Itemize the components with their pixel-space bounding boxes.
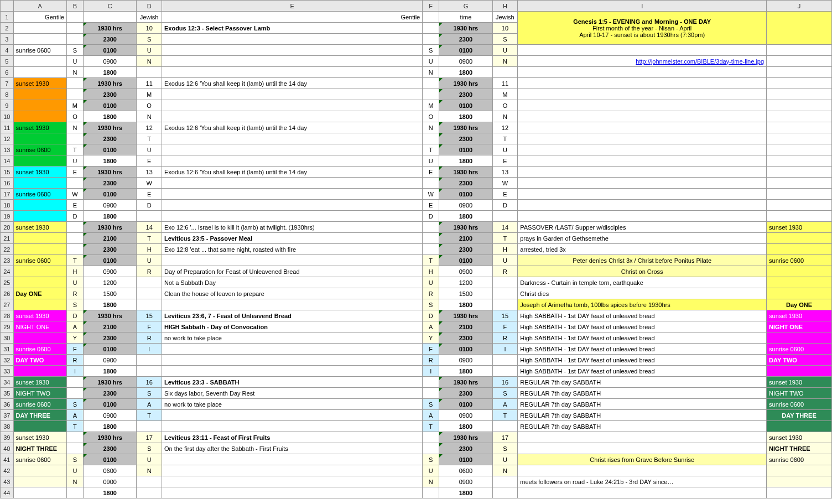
cell[interactable]: 1930 hrs: [439, 78, 492, 89]
cell[interactable]: U: [423, 155, 439, 167]
cell[interactable]: 1930 hrs: [83, 310, 136, 321]
cell[interactable]: [13, 23, 66, 34]
cell[interactable]: [13, 67, 66, 78]
cell[interactable]: D: [423, 310, 439, 321]
cell[interactable]: [162, 355, 422, 366]
cell[interactable]: E: [137, 155, 162, 167]
cell[interactable]: 2300: [439, 332, 492, 344]
cell[interactable]: Exodus 12:3 - Select Passover Lamb: [162, 23, 422, 34]
cell[interactable]: 1800: [439, 111, 492, 122]
cell[interactable]: R: [66, 355, 83, 366]
cell[interactable]: [162, 366, 422, 377]
cell[interactable]: 1930 hrs: [439, 23, 492, 34]
cell[interactable]: E: [137, 189, 162, 200]
row-number[interactable]: 15: [1, 167, 14, 178]
cell[interactable]: meets followers on road - Luke 24:21b - …: [518, 476, 767, 487]
cell[interactable]: 0100: [83, 144, 136, 155]
cell[interactable]: 0900: [439, 410, 492, 421]
cell[interactable]: Christ rises from Grave Before Sunrise: [518, 454, 767, 465]
cell[interactable]: [162, 454, 422, 465]
row-number[interactable]: 13: [1, 144, 14, 155]
cell[interactable]: [423, 443, 439, 454]
row-number[interactable]: 16: [1, 178, 14, 189]
row-number[interactable]: 19: [1, 211, 14, 222]
cell[interactable]: Leviticus 23:5 - Passover Meal: [162, 233, 422, 244]
cell[interactable]: W: [492, 178, 518, 189]
cell[interactable]: [518, 211, 767, 222]
cell[interactable]: [162, 56, 422, 67]
cell[interactable]: Clean the house of leaven to prepare: [162, 288, 422, 299]
cell[interactable]: sunrise 0600: [13, 255, 66, 266]
cell[interactable]: U: [492, 255, 518, 266]
cell[interactable]: 2100: [83, 233, 136, 244]
cell[interactable]: [423, 244, 439, 255]
cell[interactable]: [162, 200, 422, 211]
cell[interactable]: 1200: [439, 277, 492, 288]
cell[interactable]: 1930 hrs: [83, 432, 136, 443]
cell[interactable]: [518, 122, 767, 133]
cell[interactable]: [66, 432, 83, 443]
cell[interactable]: [767, 211, 832, 222]
cell[interactable]: sunset 1930: [767, 310, 832, 321]
cell[interactable]: [423, 388, 439, 399]
cell[interactable]: [518, 45, 767, 56]
cell[interactable]: [518, 189, 767, 200]
cell[interactable]: [492, 355, 518, 366]
cell[interactable]: High SABBATH - 1st DAY feast of unleaved…: [518, 344, 767, 355]
col-header-C[interactable]: C: [83, 1, 136, 12]
cell[interactable]: [767, 155, 832, 167]
cell[interactable]: 0100: [439, 45, 492, 56]
cell[interactable]: [162, 421, 422, 432]
cell[interactable]: sunset 1930: [13, 310, 66, 321]
col-header-I[interactable]: I: [518, 1, 767, 12]
cell[interactable]: Exodus 12:6 'You shall keep it (lamb) un…: [162, 78, 422, 89]
cell[interactable]: Darkness - Curtain in temple torn, earth…: [518, 277, 767, 288]
cell[interactable]: [66, 89, 83, 100]
row-number[interactable]: 24: [1, 266, 14, 277]
cell[interactable]: [162, 45, 422, 56]
cell[interactable]: [162, 189, 422, 200]
cell[interactable]: 0900: [83, 476, 136, 487]
row-number[interactable]: 1: [1, 12, 14, 23]
cell[interactable]: [66, 377, 83, 388]
cell[interactable]: [13, 100, 66, 111]
cell[interactable]: S: [66, 299, 83, 310]
cell[interactable]: 1930 hrs: [439, 310, 492, 321]
cell[interactable]: S: [423, 454, 439, 465]
cell[interactable]: NIGHT ONE: [13, 321, 66, 332]
cell[interactable]: sunrise 0600: [767, 399, 832, 410]
col-header-H[interactable]: H: [492, 1, 518, 12]
cell[interactable]: Day of Preparation for Feast of Unleaven…: [162, 266, 422, 277]
cell[interactable]: 0100: [439, 144, 492, 155]
cell[interactable]: 11: [137, 78, 162, 89]
cell[interactable]: 0100: [83, 45, 136, 56]
cell[interactable]: sunset 1930: [13, 432, 66, 443]
cell[interactable]: [66, 443, 83, 454]
cell[interactable]: sunset 1930: [13, 222, 66, 233]
row-number[interactable]: 10: [1, 111, 14, 122]
row-number[interactable]: 6: [1, 67, 14, 78]
cell[interactable]: 0900: [83, 200, 136, 211]
col-header-G[interactable]: G: [439, 1, 492, 12]
cell[interactable]: NIGHT THREE: [767, 443, 832, 454]
cell[interactable]: sunrise 0600: [13, 45, 66, 56]
cell[interactable]: D: [423, 211, 439, 222]
cell[interactable]: [13, 277, 66, 288]
cell[interactable]: 1500: [83, 288, 136, 299]
row-number[interactable]: 39: [1, 432, 14, 443]
cell[interactable]: DAY TWO: [13, 355, 66, 366]
row-number[interactable]: 32: [1, 355, 14, 366]
col-header-J[interactable]: J: [767, 1, 832, 12]
cell[interactable]: [423, 222, 439, 233]
cell[interactable]: T: [423, 255, 439, 266]
row-number[interactable]: 2: [1, 23, 14, 34]
cell[interactable]: 0100: [83, 399, 136, 410]
cell[interactable]: S: [137, 388, 162, 399]
cell[interactable]: N: [423, 476, 439, 487]
cell[interactable]: 10: [492, 23, 518, 34]
cell[interactable]: [423, 133, 439, 144]
row-number[interactable]: 43: [1, 476, 14, 487]
cell[interactable]: [492, 487, 518, 498]
cell[interactable]: 0900: [83, 355, 136, 366]
cell[interactable]: [492, 476, 518, 487]
